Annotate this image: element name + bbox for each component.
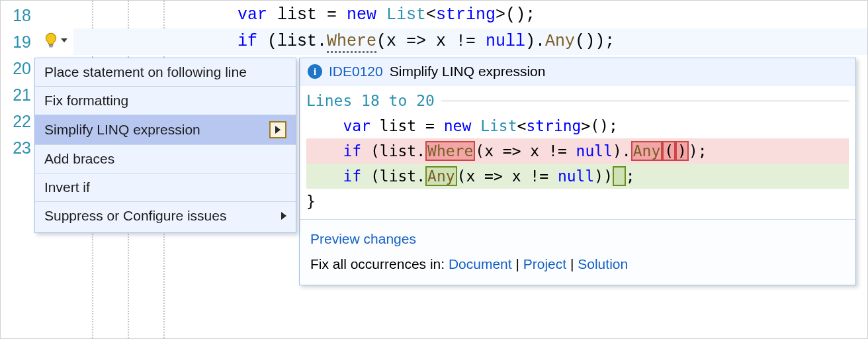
fix-preview-panel: i IDE0120 Simplify LINQ expression Lines…	[299, 58, 856, 285]
line-number: 23	[1, 134, 31, 161]
preview-diff: Lines 18 to 20 var list = new List<strin…	[300, 85, 855, 219]
code-line[interactable]: var list = new List<string>();	[73, 2, 867, 28]
rule-id[interactable]: IDE0120	[329, 64, 383, 79]
line-number: 21	[1, 81, 31, 108]
chevron-right-icon	[275, 126, 281, 134]
diff-context-line: }	[306, 189, 849, 214]
code-line[interactable]: if (list.Where(x => x != null).Any());	[73, 28, 867, 55]
qa-item-fix-formatting[interactable]: Fix formatting	[35, 87, 296, 115]
rule-title: Simplify LINQ expression	[390, 64, 546, 79]
diff-removed-line: if (list.Where(x => x != null).Any());	[306, 138, 849, 164]
svg-rect-1	[49, 46, 52, 48]
svg-rect-0	[49, 44, 54, 46]
fix-all-label: Fix all occurrences in:	[310, 256, 449, 271]
line-number: 18	[1, 2, 31, 28]
preview-changes-link[interactable]: Preview changes	[310, 231, 416, 246]
preview-caption: Lines 18 to 20	[306, 88, 849, 113]
fix-scope-document[interactable]: Document	[449, 256, 512, 271]
preview-footer: Preview changes Fix all occurrences in: …	[300, 219, 855, 285]
lightbulb-icon	[42, 32, 60, 49]
preview-header: i IDE0120 Simplify LINQ expression	[300, 58, 855, 85]
qa-item-place-statement[interactable]: Place statement on following line	[35, 58, 296, 86]
qa-item-suppress-configure[interactable]: Suppress or Configure issues	[35, 202, 296, 230]
chevron-right-icon	[281, 212, 286, 220]
line-number-gutter: 18 19 20 21 22 23	[1, 1, 36, 338]
diff-context-line: var list = new List<string>();	[306, 113, 849, 138]
qa-item-add-braces[interactable]: Add braces	[35, 145, 296, 173]
fix-scope-project[interactable]: Project	[523, 256, 566, 271]
quick-actions-menu: Place statement on following line Fix fo…	[34, 58, 296, 233]
line-number: 19	[1, 28, 31, 55]
line-number: 20	[1, 55, 31, 81]
submenu-expander[interactable]	[269, 121, 286, 138]
fix-scope-solution[interactable]: Solution	[578, 256, 628, 271]
quick-actions-lightbulb[interactable]	[38, 30, 72, 51]
info-icon: i	[308, 64, 322, 79]
diff-added-line: if (list.Any(x => x != null)) ;	[306, 164, 849, 189]
qa-item-invert-if[interactable]: Invert if	[35, 173, 296, 201]
qa-item-simplify-linq[interactable]: Simplify LINQ expression	[35, 115, 296, 144]
line-number: 22	[1, 108, 31, 134]
chevron-down-icon	[61, 38, 67, 42]
